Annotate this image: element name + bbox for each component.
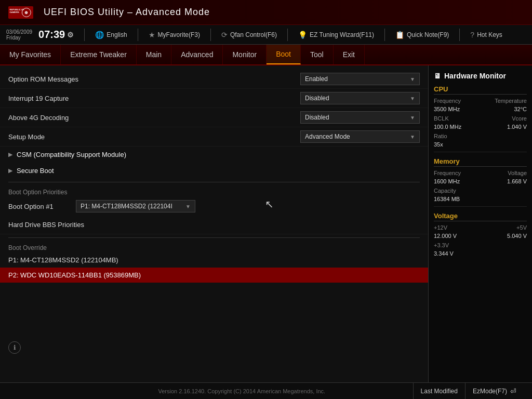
- hardware-monitor-title: 🖥 Hardware Monitor: [434, 72, 527, 80]
- hot-keys[interactable]: ? Hot Keys: [470, 31, 502, 39]
- cpu-ratio-value: 35x: [434, 141, 443, 148]
- header: REPUBLIC OF GAMERS ⊕ UEFI BIOS Utility –…: [0, 0, 532, 25]
- last-modified-button[interactable]: Last Modified: [413, 383, 465, 400]
- dropdown-arrow-icon: ▼: [185, 204, 191, 209]
- topbar-separator-4: [287, 29, 288, 41]
- csm-label: CSM (Compatibility Support Module): [17, 151, 126, 158]
- hard-drive-bbs-row[interactable]: Hard Drive BBS Priorities: [0, 216, 428, 234]
- voltage-12v-value: 12.000 V: [434, 233, 457, 239]
- quick-note[interactable]: 📋 Quick Note(F9): [395, 31, 449, 39]
- cpu-section-title: CPU: [434, 85, 527, 95]
- hw-divider-2: [434, 206, 527, 207]
- qfan-icon: ⟳: [221, 31, 228, 39]
- memory-freq-row: Frequency Voltage: [434, 170, 527, 176]
- voltage-12-5-value-row: 12.000 V 5.040 V: [434, 233, 527, 239]
- boot-device-2[interactable]: P2: WDC WD10EADS-114BB1 (953869MB): [0, 268, 428, 283]
- boot-option-1-row: Boot Option #1 ↖ P1: M4-CT128M4SSD2 (122…: [0, 197, 428, 216]
- voltage-12-5-row: +12V +5V: [434, 224, 527, 231]
- secure-boot-label: Secure Boot: [17, 167, 54, 175]
- voltage-5v-label: +5V: [516, 224, 527, 231]
- topbar-separator-6: [459, 29, 460, 41]
- voltage-5v-value: 5.040 V: [507, 233, 527, 239]
- favorites-icon: ★: [149, 31, 155, 39]
- topbar-separator-3: [210, 29, 211, 41]
- csm-section[interactable]: ▶ CSM (Compatibility Support Module): [0, 147, 428, 163]
- topbar: 03/06/2009 Friday 07:39 ⚙ 🌐 English ★ My…: [0, 25, 532, 45]
- memory-capacity-value: 16384 MB: [434, 196, 460, 202]
- option-rom-label: Option ROM Messages: [8, 75, 300, 83]
- boot-override-header: Boot Override: [0, 241, 428, 252]
- interrupt-19-label: Interrupt 19 Capture: [8, 95, 300, 102]
- nav-boot[interactable]: Boot: [267, 45, 301, 64]
- boot-option-1-dropdown[interactable]: P1: M4-CT128M4SSD2 (122104I ▼: [76, 200, 195, 212]
- dropdown-arrow-icon: ▼: [410, 76, 415, 82]
- memory-voltage-value: 1.668 V: [507, 178, 527, 184]
- hot-keys-icon: ?: [470, 31, 474, 39]
- setup-mode-dropdown[interactable]: Advanced Mode ▼: [300, 130, 420, 143]
- ez-tuning-icon: 💡: [298, 31, 307, 39]
- dropdown-arrow-icon: ▼: [410, 96, 415, 101]
- above-4g-label: Above 4G Decoding: [8, 114, 300, 122]
- language-selector[interactable]: 🌐 English: [95, 31, 127, 39]
- nav-advanced[interactable]: Advanced: [171, 45, 223, 64]
- memory-voltage-label: Voltage: [508, 170, 527, 176]
- memory-capacity-value-row: 16384 MB: [434, 196, 527, 202]
- main-content: Option ROM Messages Enabled ▼ Interrupt …: [0, 65, 428, 382]
- cpu-temperature-label: Temperature: [495, 98, 527, 104]
- qfan-control[interactable]: ⟳ Qfan Control(F6): [221, 31, 277, 39]
- nav-my-favorites[interactable]: My Favorites: [0, 45, 61, 64]
- date-display: 03/06/2009 Friday: [6, 29, 32, 41]
- nav-monitor[interactable]: Monitor: [223, 45, 267, 64]
- cpu-bclk-value: 100.0 MHz: [434, 124, 461, 130]
- nav-extreme-tweaker[interactable]: Extreme Tweaker: [61, 45, 137, 64]
- navbar: My Favorites Extreme Tweaker Main Advanc…: [0, 45, 532, 65]
- cpu-bclk-value-row: 100.0 MHz 1.040 V: [434, 124, 527, 130]
- footer-version: Version 2.16.1240. Copyright (C) 2014 Am…: [71, 388, 413, 394]
- memory-freq-value-row: 1600 MHz 1.668 V: [434, 178, 527, 184]
- memory-section-title: Memory: [434, 157, 527, 167]
- footer: Version 2.16.1240. Copyright (C) 2014 Am…: [0, 382, 532, 399]
- cpu-ratio-value-row: 35x: [434, 141, 527, 148]
- memory-frequency-label: Frequency: [434, 170, 461, 176]
- voltage-33v-value: 3.344 V: [434, 250, 454, 257]
- svg-text:GAMERS: GAMERS: [9, 11, 19, 14]
- voltage-33-value-row: 3.344 V: [434, 250, 527, 257]
- interrupt-19-dropdown[interactable]: Disabled ▼: [300, 92, 420, 104]
- voltage-12v-label: +12V: [434, 224, 447, 231]
- datetime-block: 03/06/2009 Friday 07:39 ⚙: [6, 29, 74, 41]
- setup-mode-label: Setup Mode: [8, 133, 300, 141]
- nav-tool[interactable]: Tool: [301, 45, 334, 64]
- ez-mode-button[interactable]: EzMode(F7) ⏎: [465, 383, 524, 400]
- divider-1: [8, 182, 420, 182]
- time-display: 07:39 ⚙: [38, 29, 74, 41]
- dropdown-arrow-icon: ▼: [410, 115, 415, 121]
- topbar-separator-1: [84, 29, 85, 41]
- rog-logo-icon: REPUBLIC OF GAMERS ⊕: [8, 3, 33, 22]
- divider-2: [8, 237, 420, 238]
- nav-exit[interactable]: Exit: [334, 45, 365, 64]
- nav-main[interactable]: Main: [137, 45, 171, 64]
- secure-boot-section[interactable]: ▶ Secure Boot: [0, 163, 428, 179]
- header-title: UEFI BIOS Utility – Advanced Mode: [44, 7, 210, 18]
- monitor-icon: 🖥: [434, 72, 441, 80]
- svg-text:⊕: ⊕: [24, 10, 28, 15]
- cpu-bclk-label: BCLK: [434, 115, 449, 122]
- info-icon[interactable]: ℹ: [8, 341, 21, 354]
- my-favorites-shortcut[interactable]: ★ MyFavorite(F3): [149, 31, 200, 39]
- dropdown-arrow-icon: ▼: [410, 134, 415, 140]
- voltage-33-row: +3.3V: [434, 242, 527, 248]
- option-rom-dropdown[interactable]: Enabled ▼: [300, 73, 420, 85]
- settings-gear-icon[interactable]: ⚙: [67, 31, 74, 39]
- setup-mode-row: Setup Mode Advanced Mode ▼: [0, 127, 428, 147]
- above-4g-dropdown[interactable]: Disabled ▼: [300, 111, 420, 124]
- ez-tuning-wizard[interactable]: 💡 EZ Tuning Wizard(F11): [298, 31, 374, 39]
- cpu-frequency-value-row: 3500 MHz 32°C: [434, 106, 527, 112]
- cursor-pointer-icon: ↖: [265, 198, 274, 210]
- exit-icon: ⏎: [510, 387, 516, 395]
- cpu-vcore-value: 1.040 V: [507, 124, 527, 130]
- csm-expand-icon: ▶: [8, 151, 12, 158]
- hardware-monitor-panel: 🖥 Hardware Monitor CPU Frequency Tempera…: [428, 65, 532, 382]
- boot-priorities-header: Boot Option Priorities: [0, 185, 428, 197]
- hw-divider-1: [434, 152, 527, 152]
- boot-device-1[interactable]: P1: M4-CT128M4SSD2 (122104MB): [0, 252, 428, 268]
